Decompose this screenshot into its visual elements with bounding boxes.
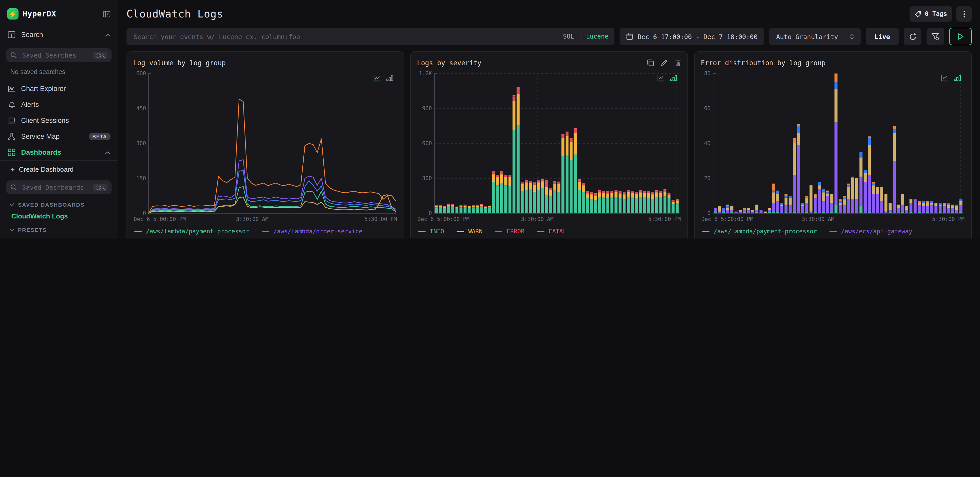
create-dashboard-button[interactable]: + Create Dashboard xyxy=(0,161,118,175)
sidebar-item-label: Search xyxy=(21,31,100,38)
table-icon xyxy=(7,31,16,38)
bell-icon xyxy=(7,101,16,108)
sidebar-item-service-map[interactable]: Service Map BETA xyxy=(0,129,118,145)
shortcut-badge: ⌘K xyxy=(93,52,107,59)
divider xyxy=(0,43,118,43)
legend-item[interactable]: /aws/lambda/auth-service xyxy=(702,237,799,238)
legend-item[interactable]: /application/background-jobs xyxy=(134,237,246,238)
legend-more-link[interactable]: +1 more xyxy=(935,237,960,238)
legend-swatch xyxy=(418,231,426,232)
legend-item[interactable]: /aws/lambda/payment-processor xyxy=(134,227,249,237)
svg-text:Dec 6 5:00:00 PM: Dec 6 5:00:00 PM xyxy=(701,216,753,222)
line-view-toggle[interactable] xyxy=(373,75,381,82)
legend-swatch xyxy=(134,231,142,232)
sidebar-item-dashboards[interactable]: Dashboards xyxy=(0,145,118,161)
legend-item[interactable]: /application/background-jobs xyxy=(811,237,923,238)
sidebar-dashboard-cloudwatch-logs[interactable]: CloudWatch Logs xyxy=(0,210,118,223)
saved-searches-input[interactable] xyxy=(21,51,89,60)
legend-item[interactable]: ERROR xyxy=(495,227,525,237)
svg-text:300: 300 xyxy=(422,175,432,181)
sidebar-collapse-icon[interactable] xyxy=(103,11,111,17)
no-saved-searches-text: No saved searches xyxy=(0,65,118,81)
live-button[interactable]: Live xyxy=(866,28,899,45)
bar-view-toggle[interactable] xyxy=(954,75,961,82)
search-icon xyxy=(10,184,17,191)
legend-item[interactable]: WARN xyxy=(456,227,482,237)
refresh-button[interactable] xyxy=(904,28,921,45)
chart-explorer-icon xyxy=(7,85,16,92)
line-view-toggle[interactable] xyxy=(657,75,665,82)
legend-item[interactable]: INFO xyxy=(418,227,444,237)
granularity-select[interactable]: Auto Granularity xyxy=(770,28,861,45)
bar-view-toggle[interactable] xyxy=(386,75,393,82)
event-search-input[interactable] xyxy=(133,32,563,41)
sidebar-item-client-sessions[interactable]: Client Sessions xyxy=(0,113,118,129)
tags-button[interactable]: 0 Tags xyxy=(909,6,952,22)
svg-text:3:30:00 AM: 3:30:00 AM xyxy=(521,216,554,222)
sidebar-item-label: Chart Explorer xyxy=(21,85,111,92)
run-query-button[interactable] xyxy=(949,28,972,45)
tags-label: 0 Tags xyxy=(925,10,947,17)
svg-text:40: 40 xyxy=(704,140,711,146)
section-saved-dashboards[interactable]: SAVED DASHBOARDS xyxy=(0,197,118,210)
sidebar-item-chart-explorer[interactable]: Chart Explorer xyxy=(0,81,118,97)
duplicate-panel-icon[interactable] xyxy=(647,59,654,66)
svg-text:600: 600 xyxy=(136,70,146,76)
legend-item[interactable]: FATAL xyxy=(537,227,566,237)
lang-lucene-toggle[interactable]: Lucene xyxy=(586,33,609,40)
hyperdx-logo-icon: ⚡ xyxy=(7,8,19,19)
chevron-down-icon xyxy=(9,228,14,231)
saved-dashboards-input[interactable] xyxy=(21,183,89,192)
sidebar-item-label: Service Map xyxy=(21,133,84,140)
line-view-toggle[interactable] xyxy=(941,75,949,82)
panel-title: Logs by severity xyxy=(417,59,481,67)
saved-dashboards-search[interactable]: ⌘K xyxy=(6,180,111,194)
legend-more-link[interactable]: +1 more xyxy=(368,237,393,238)
svg-text:5:30:00 PM: 5:30:00 PM xyxy=(648,216,681,222)
svg-text:900: 900 xyxy=(422,105,432,111)
chevron-up-icon[interactable] xyxy=(105,149,111,156)
date-range-button[interactable]: Dec 6 17:00:00 - Dec 7 18:00:00 xyxy=(620,28,764,45)
edit-panel-icon[interactable] xyxy=(661,59,668,66)
legend-swatch xyxy=(495,231,503,232)
svg-text:1.2K: 1.2K xyxy=(419,70,432,76)
refresh-icon xyxy=(909,33,916,40)
kebab-menu-button[interactable] xyxy=(956,6,972,22)
legend-item[interactable]: /aws/lambda/payment-processor xyxy=(702,227,817,237)
chevron-up-icon[interactable] xyxy=(105,31,111,38)
event-search-box[interactable]: SQL | Lucene xyxy=(126,28,614,45)
panel-title: Log volume by log group xyxy=(133,59,226,67)
svg-text:300: 300 xyxy=(136,140,146,146)
brand-name: HyperDX xyxy=(22,9,99,19)
search-icon xyxy=(10,52,17,59)
sidebar-preset-clickhouse[interactable]: ClickHouse xyxy=(0,235,118,238)
legend-item[interactable]: /aws/lambda/order-service xyxy=(262,227,363,237)
tag-icon xyxy=(915,11,921,17)
bar-view-toggle[interactable] xyxy=(670,75,677,82)
sidebar-item-label: Client Sessions xyxy=(21,117,111,124)
filter-button[interactable] xyxy=(926,28,944,45)
svg-text:450: 450 xyxy=(136,105,146,111)
error-distribution-chart: 020406080Dec 6 5:00:00 PM3:30:00 AM5:30:… xyxy=(701,69,965,224)
legend-item[interactable]: /aws/lambda/auth-service xyxy=(258,237,355,238)
lang-sql-toggle[interactable]: SQL xyxy=(563,33,574,40)
svg-text:60: 60 xyxy=(704,105,711,111)
lang-separator: | xyxy=(578,33,582,40)
create-dashboard-label: Create Dashboard xyxy=(19,165,73,173)
sidebar-item-alerts[interactable]: Alerts xyxy=(0,97,118,113)
page-title: CloudWatch Logs xyxy=(126,8,223,20)
service-map-icon xyxy=(7,133,16,140)
legend-swatch xyxy=(537,231,544,232)
legend-swatch xyxy=(262,231,269,232)
plus-icon: + xyxy=(10,167,15,172)
svg-text:Dec 6 5:00:00 PM: Dec 6 5:00:00 PM xyxy=(417,216,469,222)
svg-text:600: 600 xyxy=(422,140,432,146)
date-range-label: Dec 6 17:00:00 - Dec 7 18:00:00 xyxy=(638,33,757,40)
section-presets[interactable]: PRESETS xyxy=(0,223,118,235)
sidebar-item-search[interactable]: Search xyxy=(0,27,118,43)
legend-item[interactable]: /aws/ecs/api-gateway xyxy=(829,227,912,237)
legend-swatch xyxy=(829,231,837,232)
saved-searches-search[interactable]: ⌘K xyxy=(6,48,111,62)
delete-panel-icon[interactable] xyxy=(675,59,681,66)
panel-logs-severity: Logs by severity 03006009001.2KDec 6 5 xyxy=(410,51,688,238)
